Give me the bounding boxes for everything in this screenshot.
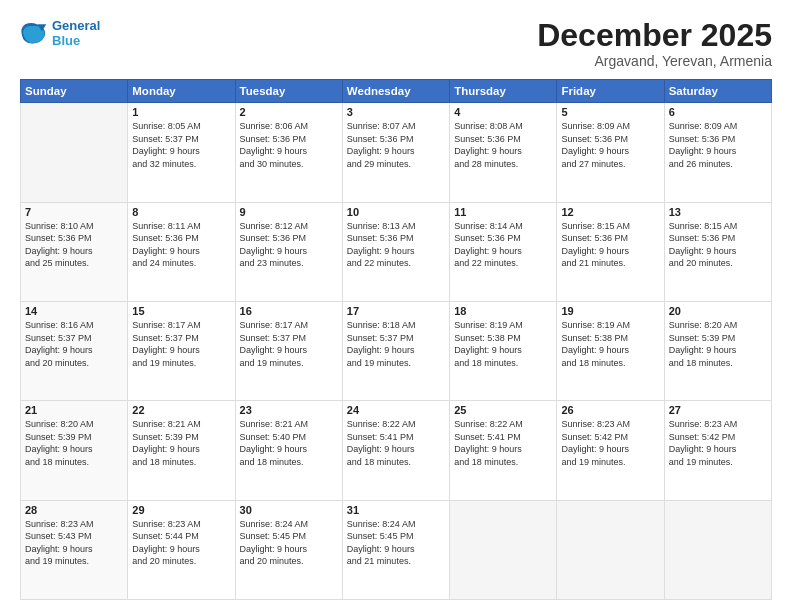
day-number: 25 bbox=[454, 404, 552, 416]
day-number: 27 bbox=[669, 404, 767, 416]
table-row: 21Sunrise: 8:20 AMSunset: 5:39 PMDayligh… bbox=[21, 401, 128, 500]
table-row: 6Sunrise: 8:09 AMSunset: 5:36 PMDaylight… bbox=[664, 103, 771, 202]
title-block: December 2025 Argavand, Yerevan, Armenia bbox=[537, 18, 772, 69]
day-info: Sunrise: 8:23 AMSunset: 5:42 PMDaylight:… bbox=[669, 418, 767, 468]
table-row: 5Sunrise: 8:09 AMSunset: 5:36 PMDaylight… bbox=[557, 103, 664, 202]
day-info: Sunrise: 8:21 AMSunset: 5:40 PMDaylight:… bbox=[240, 418, 338, 468]
day-number: 8 bbox=[132, 206, 230, 218]
day-number: 20 bbox=[669, 305, 767, 317]
day-number: 31 bbox=[347, 504, 445, 516]
day-info: Sunrise: 8:05 AMSunset: 5:37 PMDaylight:… bbox=[132, 120, 230, 170]
table-row: 14Sunrise: 8:16 AMSunset: 5:37 PMDayligh… bbox=[21, 301, 128, 400]
col-sunday: Sunday bbox=[21, 80, 128, 103]
logo-text: General Blue bbox=[52, 18, 100, 48]
day-info: Sunrise: 8:13 AMSunset: 5:36 PMDaylight:… bbox=[347, 220, 445, 270]
day-number: 1 bbox=[132, 106, 230, 118]
day-number: 6 bbox=[669, 106, 767, 118]
day-info: Sunrise: 8:23 AMSunset: 5:43 PMDaylight:… bbox=[25, 518, 123, 568]
day-number: 26 bbox=[561, 404, 659, 416]
calendar-header-row: Sunday Monday Tuesday Wednesday Thursday… bbox=[21, 80, 772, 103]
logo-icon bbox=[20, 19, 48, 47]
day-info: Sunrise: 8:20 AMSunset: 5:39 PMDaylight:… bbox=[25, 418, 123, 468]
table-row: 1Sunrise: 8:05 AMSunset: 5:37 PMDaylight… bbox=[128, 103, 235, 202]
day-number: 13 bbox=[669, 206, 767, 218]
col-tuesday: Tuesday bbox=[235, 80, 342, 103]
day-number: 12 bbox=[561, 206, 659, 218]
day-info: Sunrise: 8:23 AMSunset: 5:42 PMDaylight:… bbox=[561, 418, 659, 468]
day-info: Sunrise: 8:12 AMSunset: 5:36 PMDaylight:… bbox=[240, 220, 338, 270]
col-friday: Friday bbox=[557, 80, 664, 103]
table-row bbox=[664, 500, 771, 599]
page: General Blue December 2025 Argavand, Yer… bbox=[0, 0, 792, 612]
calendar-row: 1Sunrise: 8:05 AMSunset: 5:37 PMDaylight… bbox=[21, 103, 772, 202]
table-row: 13Sunrise: 8:15 AMSunset: 5:36 PMDayligh… bbox=[664, 202, 771, 301]
table-row: 27Sunrise: 8:23 AMSunset: 5:42 PMDayligh… bbox=[664, 401, 771, 500]
month-title: December 2025 bbox=[537, 18, 772, 53]
table-row: 23Sunrise: 8:21 AMSunset: 5:40 PMDayligh… bbox=[235, 401, 342, 500]
day-info: Sunrise: 8:17 AMSunset: 5:37 PMDaylight:… bbox=[132, 319, 230, 369]
day-number: 16 bbox=[240, 305, 338, 317]
col-wednesday: Wednesday bbox=[342, 80, 449, 103]
table-row: 30Sunrise: 8:24 AMSunset: 5:45 PMDayligh… bbox=[235, 500, 342, 599]
logo: General Blue bbox=[20, 18, 100, 48]
day-number: 11 bbox=[454, 206, 552, 218]
table-row: 8Sunrise: 8:11 AMSunset: 5:36 PMDaylight… bbox=[128, 202, 235, 301]
table-row: 17Sunrise: 8:18 AMSunset: 5:37 PMDayligh… bbox=[342, 301, 449, 400]
day-info: Sunrise: 8:09 AMSunset: 5:36 PMDaylight:… bbox=[669, 120, 767, 170]
table-row: 3Sunrise: 8:07 AMSunset: 5:36 PMDaylight… bbox=[342, 103, 449, 202]
day-info: Sunrise: 8:22 AMSunset: 5:41 PMDaylight:… bbox=[454, 418, 552, 468]
day-number: 22 bbox=[132, 404, 230, 416]
table-row: 24Sunrise: 8:22 AMSunset: 5:41 PMDayligh… bbox=[342, 401, 449, 500]
table-row: 31Sunrise: 8:24 AMSunset: 5:45 PMDayligh… bbox=[342, 500, 449, 599]
calendar-row: 21Sunrise: 8:20 AMSunset: 5:39 PMDayligh… bbox=[21, 401, 772, 500]
day-info: Sunrise: 8:15 AMSunset: 5:36 PMDaylight:… bbox=[561, 220, 659, 270]
table-row bbox=[21, 103, 128, 202]
table-row bbox=[557, 500, 664, 599]
col-saturday: Saturday bbox=[664, 80, 771, 103]
table-row: 11Sunrise: 8:14 AMSunset: 5:36 PMDayligh… bbox=[450, 202, 557, 301]
table-row: 15Sunrise: 8:17 AMSunset: 5:37 PMDayligh… bbox=[128, 301, 235, 400]
day-number: 29 bbox=[132, 504, 230, 516]
table-row: 12Sunrise: 8:15 AMSunset: 5:36 PMDayligh… bbox=[557, 202, 664, 301]
table-row: 26Sunrise: 8:23 AMSunset: 5:42 PMDayligh… bbox=[557, 401, 664, 500]
calendar-row: 14Sunrise: 8:16 AMSunset: 5:37 PMDayligh… bbox=[21, 301, 772, 400]
table-row: 28Sunrise: 8:23 AMSunset: 5:43 PMDayligh… bbox=[21, 500, 128, 599]
day-info: Sunrise: 8:11 AMSunset: 5:36 PMDaylight:… bbox=[132, 220, 230, 270]
day-number: 24 bbox=[347, 404, 445, 416]
day-info: Sunrise: 8:09 AMSunset: 5:36 PMDaylight:… bbox=[561, 120, 659, 170]
day-info: Sunrise: 8:06 AMSunset: 5:36 PMDaylight:… bbox=[240, 120, 338, 170]
day-info: Sunrise: 8:08 AMSunset: 5:36 PMDaylight:… bbox=[454, 120, 552, 170]
table-row: 18Sunrise: 8:19 AMSunset: 5:38 PMDayligh… bbox=[450, 301, 557, 400]
day-number: 2 bbox=[240, 106, 338, 118]
day-number: 4 bbox=[454, 106, 552, 118]
day-info: Sunrise: 8:20 AMSunset: 5:39 PMDaylight:… bbox=[669, 319, 767, 369]
table-row: 20Sunrise: 8:20 AMSunset: 5:39 PMDayligh… bbox=[664, 301, 771, 400]
day-info: Sunrise: 8:16 AMSunset: 5:37 PMDaylight:… bbox=[25, 319, 123, 369]
day-info: Sunrise: 8:23 AMSunset: 5:44 PMDaylight:… bbox=[132, 518, 230, 568]
day-info: Sunrise: 8:14 AMSunset: 5:36 PMDaylight:… bbox=[454, 220, 552, 270]
table-row: 10Sunrise: 8:13 AMSunset: 5:36 PMDayligh… bbox=[342, 202, 449, 301]
table-row bbox=[450, 500, 557, 599]
day-number: 17 bbox=[347, 305, 445, 317]
day-info: Sunrise: 8:17 AMSunset: 5:37 PMDaylight:… bbox=[240, 319, 338, 369]
day-number: 9 bbox=[240, 206, 338, 218]
table-row: 2Sunrise: 8:06 AMSunset: 5:36 PMDaylight… bbox=[235, 103, 342, 202]
day-info: Sunrise: 8:24 AMSunset: 5:45 PMDaylight:… bbox=[347, 518, 445, 568]
table-row: 19Sunrise: 8:19 AMSunset: 5:38 PMDayligh… bbox=[557, 301, 664, 400]
day-number: 5 bbox=[561, 106, 659, 118]
day-info: Sunrise: 8:21 AMSunset: 5:39 PMDaylight:… bbox=[132, 418, 230, 468]
day-number: 23 bbox=[240, 404, 338, 416]
day-info: Sunrise: 8:15 AMSunset: 5:36 PMDaylight:… bbox=[669, 220, 767, 270]
day-number: 15 bbox=[132, 305, 230, 317]
calendar: Sunday Monday Tuesday Wednesday Thursday… bbox=[20, 79, 772, 600]
day-number: 19 bbox=[561, 305, 659, 317]
day-info: Sunrise: 8:24 AMSunset: 5:45 PMDaylight:… bbox=[240, 518, 338, 568]
table-row: 9Sunrise: 8:12 AMSunset: 5:36 PMDaylight… bbox=[235, 202, 342, 301]
table-row: 25Sunrise: 8:22 AMSunset: 5:41 PMDayligh… bbox=[450, 401, 557, 500]
day-number: 7 bbox=[25, 206, 123, 218]
calendar-row: 7Sunrise: 8:10 AMSunset: 5:36 PMDaylight… bbox=[21, 202, 772, 301]
day-number: 18 bbox=[454, 305, 552, 317]
table-row: 29Sunrise: 8:23 AMSunset: 5:44 PMDayligh… bbox=[128, 500, 235, 599]
day-info: Sunrise: 8:18 AMSunset: 5:37 PMDaylight:… bbox=[347, 319, 445, 369]
calendar-row: 28Sunrise: 8:23 AMSunset: 5:43 PMDayligh… bbox=[21, 500, 772, 599]
